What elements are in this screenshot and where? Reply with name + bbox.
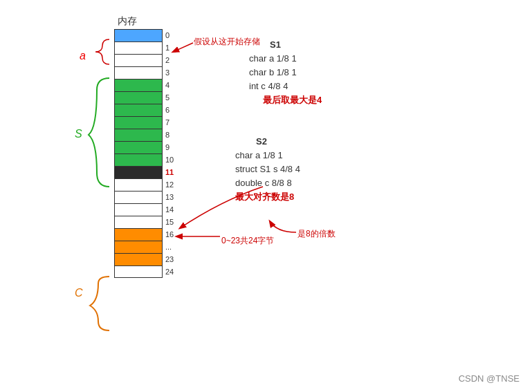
table-row: 6 bbox=[114, 104, 183, 116]
annotation-bytes: 0~23共24字节 bbox=[221, 235, 274, 247]
table-row: 3 bbox=[114, 66, 183, 79]
list-item: 8 bbox=[165, 131, 183, 139]
list-item: 6 bbox=[165, 106, 183, 114]
list-item: 24 bbox=[165, 268, 183, 276]
table-row: 8 bbox=[114, 129, 183, 141]
table-row: 1 bbox=[114, 41, 183, 54]
table-row: 10 bbox=[114, 153, 183, 166]
list-item: 1 bbox=[165, 44, 183, 52]
s2-row1: char a 1/8 1 bbox=[235, 149, 300, 162]
s1-row3: int c 4/8 4 bbox=[249, 80, 322, 93]
table-row: 14 bbox=[114, 203, 183, 216]
main-container: 内存 a S C 012345678910111213141516...2324… bbox=[0, 0, 532, 392]
memory-block: 012345678910111213141516...2324 bbox=[114, 29, 183, 278]
list-item: 12 bbox=[165, 180, 183, 189]
memory-title: 内存 bbox=[118, 15, 137, 28]
table-row: 5 bbox=[114, 91, 183, 104]
list-item: 16 bbox=[165, 230, 183, 239]
table-row: 13 bbox=[114, 191, 183, 203]
list-item: 13 bbox=[165, 193, 183, 201]
table-row: 24 bbox=[114, 265, 183, 278]
list-item: 3 bbox=[165, 68, 183, 77]
s2-row3: double c 8/8 8 bbox=[235, 176, 300, 190]
label-s: S bbox=[75, 128, 82, 140]
s1-title: S1 bbox=[270, 38, 322, 52]
s1-row1: char a 1/8 1 bbox=[249, 52, 322, 66]
s2-title: S2 bbox=[256, 135, 300, 149]
list-item: 11 bbox=[165, 168, 183, 176]
table-row: 16 bbox=[114, 228, 183, 241]
label-a: a bbox=[80, 50, 86, 62]
list-item: 4 bbox=[165, 81, 183, 89]
s2-panel: S2 char a 1/8 1 struct S1 s 4/8 4 double… bbox=[235, 135, 300, 204]
list-item: 7 bbox=[165, 118, 183, 127]
list-item: 10 bbox=[165, 156, 183, 164]
list-item: 5 bbox=[165, 93, 183, 102]
s2-note: 最大对齐数是8 bbox=[235, 190, 300, 204]
watermark: CSDN @TNSE bbox=[459, 373, 520, 384]
table-row: 7 bbox=[114, 116, 183, 129]
s1-row2: char b 1/8 1 bbox=[249, 66, 322, 80]
list-item: 23 bbox=[165, 255, 183, 263]
table-row: 4 bbox=[114, 79, 183, 91]
list-item: 15 bbox=[165, 218, 183, 226]
s1-note: 最后取最大是4 bbox=[263, 93, 322, 107]
table-row: ... bbox=[114, 241, 183, 253]
table-row: 12 bbox=[114, 178, 183, 191]
table-row: 15 bbox=[114, 216, 183, 228]
s1-panel: S1 char a 1/8 1 char b 1/8 1 int c 4/8 4… bbox=[249, 38, 322, 107]
table-row: 23 bbox=[114, 253, 183, 265]
list-item: 14 bbox=[165, 205, 183, 214]
list-item: 2 bbox=[165, 56, 183, 64]
table-row: 9 bbox=[114, 141, 183, 153]
list-item: 0 bbox=[165, 31, 183, 39]
annotation-multiple: 是8的倍数 bbox=[297, 228, 336, 240]
list-item: ... bbox=[165, 243, 183, 251]
table-row: 0 bbox=[114, 29, 183, 41]
label-c: C bbox=[75, 287, 83, 299]
s2-row2: struct S1 s 4/8 4 bbox=[235, 162, 300, 176]
table-row: 2 bbox=[114, 54, 183, 66]
list-item: 9 bbox=[165, 143, 183, 151]
table-row: 11 bbox=[114, 166, 183, 178]
